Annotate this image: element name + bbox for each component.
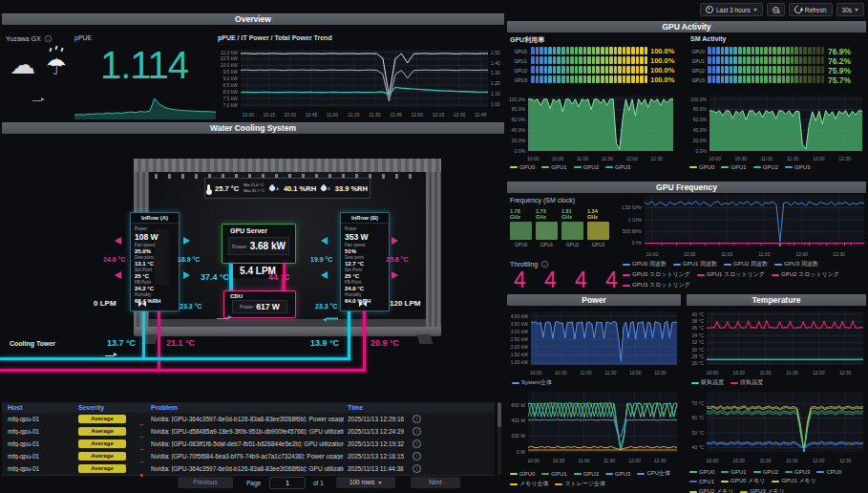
svg-text:10:00: 10:00: [706, 458, 718, 463]
refresh-button[interactable]: Refresh: [789, 3, 833, 16]
gpu-temperature-chart[interactable]: 40 °C50 °C60 °C70 °C10:0010:3011:0011:30…: [687, 388, 866, 464]
legend-swatch: [637, 473, 645, 475]
heat-cell: [583, 56, 587, 64]
heat-cell: [548, 56, 552, 64]
scrollbar-thumb[interactable]: [498, 402, 501, 427]
table-row[interactable]: mfg-gpu-01 Average Nvidia: [GPU-364c3597…: [2, 462, 495, 476]
cell-problem[interactable]: Nvidia: [GPU-70f5f684-6ea3-bf79-74b9-ac7…: [151, 453, 344, 460]
cell-problem[interactable]: Nvidia: [GPU-364c3597-6e0d-b126-83a8-83e…: [151, 416, 344, 422]
legend-item[interactable]: System全体: [512, 378, 552, 387]
legend-item[interactable]: 吸気温度: [691, 378, 724, 387]
power-panel-header[interactable]: Power: [507, 294, 681, 306]
legend-item[interactable]: GPU1 周波数: [673, 260, 717, 268]
legend-item[interactable]: GPU2: [574, 164, 599, 170]
legend-item[interactable]: GPU3: [605, 471, 630, 477]
page-number-input[interactable]: 1: [269, 477, 306, 489]
legend-item[interactable]: GPU0: [510, 471, 535, 477]
legend-item[interactable]: GPU3: [785, 469, 810, 475]
heat-cell: [764, 75, 768, 83]
heat-cell: [721, 56, 725, 64]
util-chart[interactable]: 0.0%20.0%40.0%60.0%80.0%100.0%10:0010:30…: [507, 92, 677, 162]
legend-item[interactable]: GPU1: [721, 164, 746, 170]
legend-item[interactable]: GPU2: [753, 164, 778, 170]
frequency-tile[interactable]: 1.73 GHzGPU1: [536, 208, 558, 247]
heat-cell: [730, 75, 733, 83]
info-icon[interactable]: [413, 452, 421, 461]
col-header-severity[interactable]: Severity: [78, 404, 104, 411]
cell-problem[interactable]: Nvidia: [GPU-364c3597-6e0d-b126-83a8-83e…: [151, 465, 344, 472]
legend-item[interactable]: GPU2 周波数: [724, 260, 768, 268]
field-value: 13.1 °C: [135, 261, 175, 267]
legend-item[interactable]: GPU3: [605, 164, 630, 170]
legend-item[interactable]: GPU2 メモリ: [689, 487, 733, 493]
legend-item[interactable]: GPU1: [541, 471, 566, 477]
legend-item[interactable]: GPU0: [689, 164, 714, 170]
table-row[interactable]: mfg-gpu-01 Average Nvidia: [GPU-364c3597…: [2, 413, 495, 426]
table-scrollbar[interactable]: [498, 402, 501, 475]
legend-item[interactable]: GPU2: [753, 469, 778, 475]
legend-item[interactable]: GPU0 スロットリング: [623, 270, 690, 279]
col-header-host[interactable]: Host: [8, 404, 23, 411]
legend-item[interactable]: GPU2: [574, 471, 599, 477]
legend-label: GPU1: [551, 471, 566, 477]
frequency-tile[interactable]: 1.34 GHzGPU3: [587, 208, 609, 247]
legend-item[interactable]: GPU1: [721, 469, 746, 475]
component-power-chart[interactable]: 0 W200 W400 W600 W10:0010:3011:0011:3012…: [507, 388, 680, 464]
heat-cell: [548, 75, 552, 83]
frequency-tile[interactable]: 1.78 GHzGPU0: [510, 208, 532, 247]
heat-cell: [712, 47, 716, 54]
refresh-interval-select[interactable]: 30s: [836, 3, 864, 16]
legend-item[interactable]: GPU0 メモリ: [721, 477, 765, 485]
rows-per-page-select[interactable]: 100 rows: [336, 477, 395, 488]
cell-problem[interactable]: Nvidia: [GPU-d58485a9-18e9-3f0b-951b-db9…: [151, 428, 344, 435]
cdu-card: CDU Power 617 W: [223, 290, 296, 318]
frequency-tile[interactable]: 1.81 GHzGPU2: [561, 208, 583, 247]
legend-item[interactable]: GPU0: [689, 469, 714, 475]
legend-item[interactable]: GPU0 周波数: [623, 260, 667, 268]
trend-chart[interactable]: 7.0 kW7.5 kW8.0 kW8.5 kW9.0 kW9.5 kW10.0…: [216, 46, 504, 118]
svg-text:1.30: 1.30: [491, 70, 500, 75]
overview-panel-header[interactable]: Overview: [2, 13, 504, 25]
legend-item[interactable]: GPU1: [541, 164, 566, 170]
legend-item[interactable]: ストレージ全体: [555, 480, 605, 488]
legend-item[interactable]: メモリ全体: [510, 480, 548, 488]
previous-page-button[interactable]: Previous: [178, 477, 233, 488]
info-icon[interactable]: [413, 464, 421, 473]
info-icon[interactable]: [413, 415, 421, 423]
col-header-problem[interactable]: Problem: [151, 404, 178, 411]
zoom-out-button[interactable]: [767, 3, 785, 16]
table-row[interactable]: mfg-gpu-01 Average Nvidia: [GPU-083ff1f6…: [2, 438, 495, 451]
table-row[interactable]: mfg-gpu-01 Average Nvidia: [GPU-d58485a9…: [2, 425, 495, 439]
power-chart[interactable]: 1.00 kW1.50 kW2.00 kW2.50 kW3.00 kW3.50 …: [507, 308, 680, 376]
legend-item[interactable]: CPU1: [689, 479, 714, 484]
legend-item[interactable]: CPU0: [816, 469, 841, 475]
gpu-activity-panel-header[interactable]: GPU Activity: [507, 21, 866, 32]
temperature-panel-header[interactable]: Temperature: [687, 294, 866, 306]
legend-item[interactable]: GPU3 メモリ: [740, 487, 784, 493]
next-page-button[interactable]: Next: [411, 477, 460, 488]
table-row[interactable]: mfg-gpu-01 Average Nvidia: [GPU-70f5f684…: [2, 450, 495, 463]
time-range-picker[interactable]: Last 3 hours: [700, 3, 763, 16]
temperature-chart[interactable]: 26 °C28 °C30 °C32 °C34 °C36 °C38 °C40 °C…: [687, 308, 866, 376]
info-icon[interactable]: [413, 439, 421, 448]
svg-text:11:00: 11:00: [759, 458, 771, 463]
info-icon[interactable]: [413, 427, 421, 436]
frequency-chart[interactable]: 0 Hz500 MHz1 GHz1.50 GHz10:0010:3011:001…: [619, 191, 866, 258]
humidity-b-sub: B: [328, 186, 330, 191]
col-header-time[interactable]: Time: [348, 404, 363, 411]
legend-item[interactable]: GPU0: [510, 164, 535, 170]
legend-item[interactable]: GPU3 周波数: [774, 260, 818, 268]
legend-swatch: [740, 491, 748, 493]
sm-chart[interactable]: 0.0%20.0%40.0%60.0%80.0%100.0%10:0010:30…: [687, 92, 866, 162]
legend-item[interactable]: GPU3 スロットリング: [623, 281, 690, 289]
cell-problem[interactable]: Nvidia: [GPU-083ff1f6-5daf-deb7-fb51-b62…: [151, 440, 344, 447]
legend-label: GPU2: [583, 164, 599, 170]
legend-item[interactable]: GPU2 スロットリング: [772, 270, 839, 279]
legend-item[interactable]: CPU全体: [637, 469, 670, 478]
legend-item[interactable]: GPU1 スロットリング: [697, 270, 765, 279]
legend-item[interactable]: GPU1 メモリ: [772, 477, 815, 485]
legend-item[interactable]: GPU3: [785, 164, 810, 170]
cooling-panel-header[interactable]: Water Cooling System: [2, 122, 504, 134]
info-icon[interactable]: [44, 35, 51, 42]
legend-item[interactable]: 排気温度: [730, 378, 763, 387]
